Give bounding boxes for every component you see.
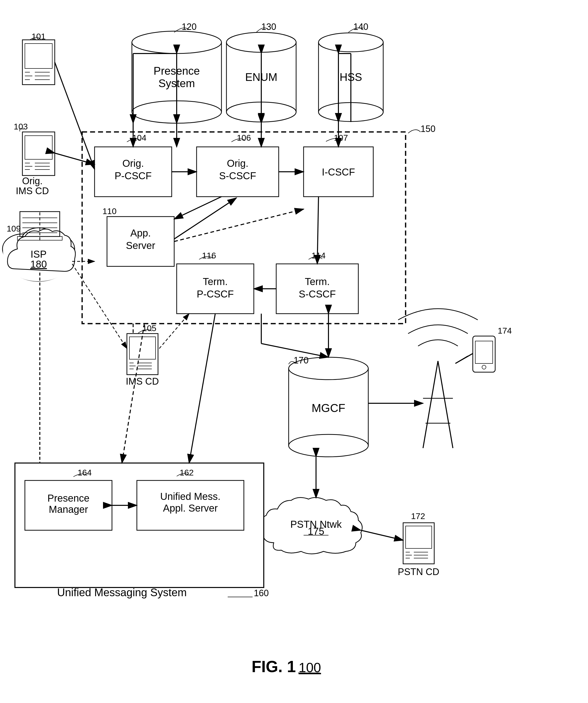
unified-mess-server-ref: 162 [180, 468, 194, 477]
isp-device-ref: 109 [7, 224, 21, 233]
isp-label: ISP [30, 249, 47, 260]
svg-point-2 [132, 31, 222, 54]
term-pcscf-label: Term. [203, 276, 228, 287]
svg-point-67 [289, 435, 368, 457]
pstn-cd-ref: 172 [411, 511, 425, 521]
orig-scscf-label2: S-CSCF [219, 170, 256, 181]
unified-mess-server-label2: Appl. Server [163, 502, 218, 514]
phone-101-ref: 101 [31, 31, 46, 41]
orig-pcscf-label: Orig. [122, 158, 144, 169]
orig-ims-cd-label2: IMS CD [16, 186, 49, 196]
orig-ims-cd-ref: 103 [14, 122, 28, 131]
term-scscf-ref: 114 [312, 251, 326, 260]
term-pcscf-label2: P-CSCF [197, 289, 234, 300]
orig-scscf-label: Orig. [227, 158, 249, 169]
pstn-ntwk-ref: 175 [308, 526, 325, 537]
icscf-label: I-CSCF [322, 166, 355, 177]
unified-messaging-label: Unified Messaging System [57, 586, 187, 599]
presence-manager-label: Presence [48, 493, 90, 503]
svg-point-8 [319, 33, 383, 52]
unified-mess-server-label: Unified Mess. [160, 491, 221, 502]
mgcf-ref: 170 [293, 355, 309, 366]
mgcf-cylinder: MGCF 170 [289, 355, 368, 457]
pstn-cd-label: PSTN CD [398, 566, 439, 577]
presence-manager-ref: 164 [78, 468, 92, 477]
mgcf-label: MGCF [312, 401, 345, 414]
orig-pcscf-ref: 104 [133, 133, 147, 142]
isp-ref: 180 [30, 259, 47, 269]
svg-rect-75 [473, 336, 495, 372]
hss-ref: 140 [353, 22, 368, 32]
orig-ims-cd-label: Orig. [22, 176, 43, 186]
orig-scscf-ref: 106 [237, 133, 251, 142]
app-server-label: App. [131, 228, 151, 238]
ims-core-ref: 150 [421, 124, 435, 134]
svg-point-5 [227, 32, 296, 52]
ims-cd-105-label: IMS CD [126, 376, 159, 387]
term-pcscf-ref: 116 [202, 251, 216, 260]
unified-messaging-ref: 160 [254, 588, 269, 598]
app-server-label2: Server [126, 240, 155, 251]
fig-label: FIG. 1 [252, 658, 296, 676]
icscf-ref: 107 [334, 133, 348, 142]
term-scscf-label2: S-CSCF [299, 289, 336, 300]
mobile-174-ref: 174 [498, 326, 512, 335]
app-server-ref: 110 [102, 206, 117, 216]
presence-system-ref: 120 [182, 22, 196, 32]
orig-pcscf-label2: P-CSCF [115, 170, 152, 181]
term-scscf-label: Term. [305, 276, 330, 287]
enum-ref: 130 [261, 22, 276, 32]
presence-manager-label2: Manager [49, 504, 88, 515]
